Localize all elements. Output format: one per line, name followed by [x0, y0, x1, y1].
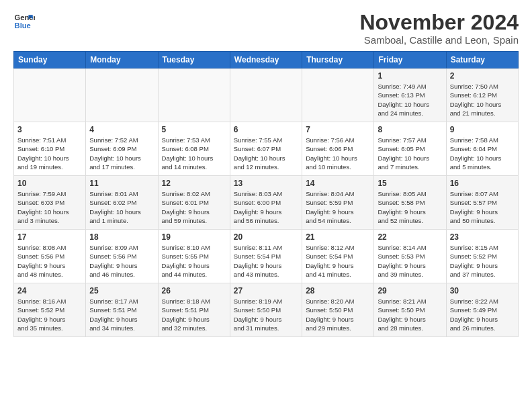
- day-info: Sunrise: 7:51 AM Sunset: 6:10 PM Dayligh…: [17, 136, 82, 171]
- calendar-cell: 17Sunrise: 8:08 AM Sunset: 5:56 PM Dayli…: [14, 230, 86, 283]
- day-number: 27: [234, 286, 298, 295]
- day-info: Sunrise: 8:18 AM Sunset: 5:51 PM Dayligh…: [162, 297, 226, 332]
- day-number: 5: [162, 125, 226, 134]
- header: General Blue November 2024 Samboal, Cast…: [13, 11, 519, 46]
- calendar-cell: 6Sunrise: 7:55 AM Sunset: 6:07 PM Daylig…: [230, 122, 302, 176]
- calendar-cell: [14, 68, 86, 122]
- day-info: Sunrise: 8:14 AM Sunset: 5:53 PM Dayligh…: [378, 243, 442, 279]
- day-number: 26: [162, 286, 226, 295]
- calendar-cell: 24Sunrise: 8:16 AM Sunset: 5:52 PM Dayli…: [14, 283, 86, 337]
- day-number: 28: [306, 286, 370, 295]
- calendar-week-2: 3Sunrise: 7:51 AM Sunset: 6:10 PM Daylig…: [14, 122, 519, 176]
- day-number: 19: [162, 232, 226, 242]
- day-info: Sunrise: 8:22 AM Sunset: 5:49 PM Dayligh…: [450, 297, 515, 332]
- day-number: 29: [378, 286, 442, 295]
- calendar-cell: 21Sunrise: 8:12 AM Sunset: 5:54 PM Dayli…: [302, 230, 374, 283]
- day-info: Sunrise: 8:09 AM Sunset: 5:56 PM Dayligh…: [89, 243, 154, 279]
- calendar-cell: 16Sunrise: 8:07 AM Sunset: 5:57 PM Dayli…: [446, 176, 518, 230]
- calendar-cell: 29Sunrise: 8:21 AM Sunset: 5:50 PM Dayli…: [374, 283, 446, 337]
- day-number: 30: [450, 286, 515, 295]
- calendar-week-4: 17Sunrise: 8:08 AM Sunset: 5:56 PM Dayli…: [14, 230, 519, 283]
- day-number: 21: [306, 232, 370, 242]
- location-title: Samboal, Castille and Leon, Spain: [359, 34, 519, 46]
- day-number: 1: [378, 71, 442, 81]
- day-info: Sunrise: 7:59 AM Sunset: 6:03 PM Dayligh…: [17, 189, 82, 225]
- day-info: Sunrise: 7:56 AM Sunset: 6:06 PM Dayligh…: [306, 136, 370, 171]
- col-friday: Friday: [374, 52, 446, 68]
- day-info: Sunrise: 8:16 AM Sunset: 5:52 PM Dayligh…: [17, 297, 82, 332]
- day-number: 20: [234, 232, 298, 242]
- day-info: Sunrise: 8:15 AM Sunset: 5:52 PM Dayligh…: [450, 243, 515, 279]
- calendar-cell: 4Sunrise: 7:52 AM Sunset: 6:09 PM Daylig…: [86, 122, 158, 176]
- day-number: 24: [17, 286, 82, 295]
- day-info: Sunrise: 8:19 AM Sunset: 5:50 PM Dayligh…: [234, 297, 298, 332]
- calendar-cell: 14Sunrise: 8:04 AM Sunset: 5:59 PM Dayli…: [302, 176, 374, 230]
- day-info: Sunrise: 8:20 AM Sunset: 5:50 PM Dayligh…: [306, 297, 370, 332]
- day-info: Sunrise: 8:12 AM Sunset: 5:54 PM Dayligh…: [306, 243, 370, 279]
- calendar-cell: 20Sunrise: 8:11 AM Sunset: 5:54 PM Dayli…: [230, 230, 302, 283]
- calendar-cell: [230, 68, 302, 122]
- day-number: 2: [450, 71, 515, 81]
- svg-text:Blue: Blue: [15, 21, 31, 30]
- day-number: 7: [306, 125, 370, 134]
- day-info: Sunrise: 8:03 AM Sunset: 6:00 PM Dayligh…: [234, 189, 298, 225]
- calendar-table: Sunday Monday Tuesday Wednesday Thursday…: [13, 51, 519, 337]
- page: General Blue November 2024 Samboal, Cast…: [0, 0, 532, 344]
- logo-icon: General Blue: [13, 11, 35, 32]
- day-number: 13: [234, 179, 298, 188]
- calendar-cell: 11Sunrise: 8:01 AM Sunset: 6:02 PM Dayli…: [86, 176, 158, 230]
- calendar-cell: [302, 68, 374, 122]
- col-thursday: Thursday: [302, 52, 374, 68]
- day-info: Sunrise: 8:05 AM Sunset: 5:58 PM Dayligh…: [378, 189, 442, 225]
- calendar-cell: 19Sunrise: 8:10 AM Sunset: 5:55 PM Dayli…: [158, 230, 230, 283]
- day-number: 16: [450, 179, 515, 188]
- day-number: 17: [17, 232, 82, 242]
- day-number: 4: [89, 125, 154, 134]
- day-info: Sunrise: 8:07 AM Sunset: 5:57 PM Dayligh…: [450, 189, 515, 225]
- day-number: 11: [89, 179, 154, 188]
- col-monday: Monday: [86, 52, 158, 68]
- calendar-cell: 18Sunrise: 8:09 AM Sunset: 5:56 PM Dayli…: [86, 230, 158, 283]
- calendar-cell: 10Sunrise: 7:59 AM Sunset: 6:03 PM Dayli…: [14, 176, 86, 230]
- calendar-cell: 7Sunrise: 7:56 AM Sunset: 6:06 PM Daylig…: [302, 122, 374, 176]
- day-info: Sunrise: 8:11 AM Sunset: 5:54 PM Dayligh…: [234, 243, 298, 279]
- day-number: 9: [450, 125, 515, 134]
- day-info: Sunrise: 8:21 AM Sunset: 5:50 PM Dayligh…: [378, 297, 442, 332]
- day-info: Sunrise: 7:58 AM Sunset: 6:04 PM Dayligh…: [450, 136, 515, 171]
- day-number: 22: [378, 232, 442, 242]
- calendar-cell: 25Sunrise: 8:17 AM Sunset: 5:51 PM Dayli…: [86, 283, 158, 337]
- day-number: 6: [234, 125, 298, 134]
- calendar-week-1: 1Sunrise: 7:49 AM Sunset: 6:13 PM Daylig…: [14, 68, 519, 122]
- calendar-cell: 3Sunrise: 7:51 AM Sunset: 6:10 PM Daylig…: [14, 122, 86, 176]
- calendar-week-3: 10Sunrise: 7:59 AM Sunset: 6:03 PM Dayli…: [14, 176, 519, 230]
- day-number: 23: [450, 232, 515, 242]
- logo: General Blue: [13, 11, 35, 32]
- col-tuesday: Tuesday: [158, 52, 230, 68]
- day-info: Sunrise: 8:17 AM Sunset: 5:51 PM Dayligh…: [89, 297, 154, 332]
- calendar-week-5: 24Sunrise: 8:16 AM Sunset: 5:52 PM Dayli…: [14, 283, 519, 337]
- calendar-cell: 15Sunrise: 8:05 AM Sunset: 5:58 PM Dayli…: [374, 176, 446, 230]
- day-info: Sunrise: 8:01 AM Sunset: 6:02 PM Dayligh…: [89, 189, 154, 225]
- calendar-cell: 8Sunrise: 7:57 AM Sunset: 6:05 PM Daylig…: [374, 122, 446, 176]
- day-info: Sunrise: 7:55 AM Sunset: 6:07 PM Dayligh…: [234, 136, 298, 171]
- day-info: Sunrise: 7:50 AM Sunset: 6:12 PM Dayligh…: [450, 82, 515, 118]
- col-wednesday: Wednesday: [230, 52, 302, 68]
- day-info: Sunrise: 8:02 AM Sunset: 6:01 PM Dayligh…: [162, 189, 226, 225]
- calendar-cell: 1Sunrise: 7:49 AM Sunset: 6:13 PM Daylig…: [374, 68, 446, 122]
- day-number: 3: [17, 125, 82, 134]
- day-info: Sunrise: 7:57 AM Sunset: 6:05 PM Dayligh…: [378, 136, 442, 171]
- calendar-cell: 30Sunrise: 8:22 AM Sunset: 5:49 PM Dayli…: [446, 283, 518, 337]
- calendar-cell: 28Sunrise: 8:20 AM Sunset: 5:50 PM Dayli…: [302, 283, 374, 337]
- day-number: 10: [17, 179, 82, 188]
- calendar-cell: [158, 68, 230, 122]
- calendar-cell: 12Sunrise: 8:02 AM Sunset: 6:01 PM Dayli…: [158, 176, 230, 230]
- day-info: Sunrise: 8:08 AM Sunset: 5:56 PM Dayligh…: [17, 243, 82, 279]
- day-number: 14: [306, 179, 370, 188]
- calendar-cell: 26Sunrise: 8:18 AM Sunset: 5:51 PM Dayli…: [158, 283, 230, 337]
- calendar-cell: 27Sunrise: 8:19 AM Sunset: 5:50 PM Dayli…: [230, 283, 302, 337]
- day-info: Sunrise: 8:10 AM Sunset: 5:55 PM Dayligh…: [162, 243, 226, 279]
- day-info: Sunrise: 8:04 AM Sunset: 5:59 PM Dayligh…: [306, 189, 370, 225]
- day-number: 25: [89, 286, 154, 295]
- calendar-cell: 13Sunrise: 8:03 AM Sunset: 6:00 PM Dayli…: [230, 176, 302, 230]
- day-number: 18: [89, 232, 154, 242]
